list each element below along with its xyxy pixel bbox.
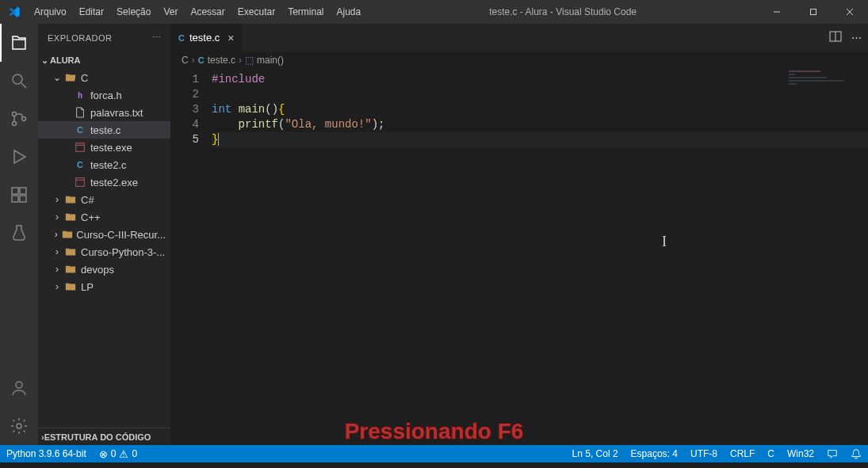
status-language[interactable]: C — [761, 445, 781, 462]
menu-acessar[interactable]: Acessar — [184, 0, 231, 24]
activity-bar — [0, 24, 38, 445]
breadcrumb-symbol[interactable]: ⬚main() — [245, 55, 284, 66]
activity-testing-icon[interactable] — [0, 214, 38, 252]
tree-folder[interactable]: ›Curso-C-III-Recur... — [38, 226, 170, 243]
chevron-right-icon: › — [51, 246, 63, 257]
tree-file[interactable]: Cteste.c — [38, 121, 170, 139]
menu-selecao[interactable]: Seleção — [110, 0, 157, 24]
tree-item-label: teste2.c — [90, 159, 127, 171]
tree-folder[interactable]: ›C# — [38, 191, 170, 208]
svg-rect-1 — [811, 10, 816, 15]
activity-explorer-icon[interactable] — [0, 24, 38, 62]
menu-executar[interactable]: Executar — [231, 0, 281, 24]
status-indentation[interactable]: Espaços: 4 — [625, 445, 684, 462]
status-eol[interactable]: CRLF — [724, 445, 761, 462]
tree-folder[interactable]: ›C++ — [38, 208, 170, 226]
chevron-right-icon: › — [51, 264, 63, 275]
activity-extensions-icon[interactable] — [0, 176, 38, 214]
outline-header[interactable]: › ESTRUTURA DO CÓDIGO — [38, 428, 170, 445]
file-tree: ⌄Chforca.hpalavras.txtCteste.cteste.exeC… — [38, 69, 170, 295]
tree-item-label: forca.h — [90, 89, 122, 101]
activity-source-control-icon[interactable] — [0, 100, 38, 138]
code-line[interactable]: int main(){ — [212, 102, 868, 117]
breadcrumb-folder[interactable]: C — [182, 55, 189, 66]
status-encoding[interactable]: UTF-8 — [684, 445, 724, 462]
menu-terminal[interactable]: Terminal — [281, 0, 330, 24]
svg-point-7 — [13, 122, 17, 126]
tree-item-label: LP — [81, 281, 94, 293]
status-bar: Python 3.9.6 64-bit ⊗0 ⚠0 Ln 5, Col 2 Es… — [0, 445, 868, 462]
tree-folder[interactable]: ›Curso-Python-3-... — [38, 243, 170, 261]
status-cursor-position[interactable]: Ln 5, Col 2 — [566, 445, 625, 462]
status-python[interactable]: Python 3.9.6 64-bit — [0, 445, 93, 462]
activity-settings-icon[interactable] — [0, 407, 38, 445]
tree-file[interactable]: Cteste2.c — [38, 156, 170, 173]
tabs-bar: C teste.c × ⋯ — [170, 24, 868, 51]
svg-point-8 — [22, 117, 26, 121]
status-feedback-icon[interactable] — [820, 445, 844, 462]
c-file-icon: C — [198, 55, 205, 65]
status-problems[interactable]: ⊗0 ⚠0 — [93, 445, 143, 462]
chevron-right-icon: › — [51, 211, 63, 223]
menu-ver[interactable]: Ver — [157, 0, 184, 24]
c-file-icon: C — [73, 125, 87, 135]
code-line[interactable]: printf("Ola, mundo!"); — [212, 117, 868, 132]
tree-item-label: palavras.txt — [90, 107, 143, 119]
tree-file[interactable]: hforca.h — [38, 86, 170, 104]
exe-file-icon — [73, 177, 87, 188]
tree-file[interactable]: teste.exe — [38, 139, 170, 156]
workspace-header[interactable]: ⌄ ALURA — [38, 51, 170, 69]
tree-folder[interactable]: ⌄C — [38, 69, 170, 86]
tree-folder[interactable]: ›devops — [38, 261, 170, 278]
folder-open-icon — [63, 72, 78, 83]
tree-file[interactable]: teste2.exe — [38, 173, 170, 191]
split-editor-icon[interactable] — [829, 30, 842, 45]
menu-arquivo[interactable]: Arquivo — [28, 0, 73, 24]
warning-icon: ⚠ — [119, 448, 128, 460]
status-notifications-icon[interactable] — [844, 445, 868, 462]
exe-file-icon — [73, 142, 87, 153]
folder-icon — [63, 246, 78, 257]
explorer-label: EXPLORADOR — [48, 33, 112, 43]
tree-item-label: devops — [81, 264, 114, 276]
folder-icon — [63, 264, 78, 275]
close-tab-icon[interactable]: × — [228, 32, 234, 44]
svg-point-6 — [13, 112, 17, 116]
tab-label: teste.c — [189, 32, 220, 44]
code-line[interactable]: #include — [212, 72, 868, 87]
menu-editar[interactable]: Editar — [73, 0, 110, 24]
maximize-button[interactable] — [795, 0, 832, 24]
editor-body[interactable]: 12345 #include int main(){ printf("Ola, … — [170, 69, 868, 445]
code-line[interactable] — [212, 87, 868, 102]
svg-rect-12 — [20, 196, 26, 202]
close-button[interactable] — [832, 0, 868, 24]
breadcrumb-file[interactable]: Cteste.c — [198, 55, 235, 66]
workspace-name: ALURA — [50, 55, 81, 65]
chevron-down-icon: ⌄ — [41, 55, 48, 66]
vscode-icon — [0, 6, 28, 18]
code-content[interactable]: #include int main(){ printf("Ola, mundo!… — [212, 69, 868, 445]
activity-accounts-icon[interactable] — [0, 369, 38, 407]
svg-rect-15 — [76, 143, 85, 152]
tree-item-label: C — [81, 72, 88, 84]
minimize-button[interactable] — [759, 0, 795, 24]
menu-ajuda[interactable]: Ajuda — [331, 0, 368, 24]
line-numbers: 12345 — [170, 69, 212, 445]
c-file-icon: C — [178, 33, 185, 43]
activity-run-debug-icon[interactable] — [0, 138, 38, 176]
svg-rect-10 — [20, 188, 26, 194]
svg-point-14 — [17, 424, 21, 428]
more-actions-icon[interactable]: ⋯ — [851, 32, 862, 44]
tree-file[interactable]: palavras.txt — [38, 104, 170, 121]
tree-folder[interactable]: ›LP — [38, 278, 170, 295]
sidebar-more-icon[interactable]: ⋯ — [152, 32, 162, 43]
tab-teste-c[interactable]: C teste.c × — [170, 24, 243, 51]
breadcrumbs[interactable]: C › Cteste.c › ⬚main() — [170, 51, 868, 69]
c-file-icon: C — [73, 160, 87, 169]
code-line[interactable]: } — [212, 132, 868, 147]
activity-search-icon[interactable] — [0, 62, 38, 100]
status-platform[interactable]: Win32 — [781, 445, 820, 462]
minimap[interactable] — [786, 69, 857, 116]
sidebar-title: EXPLORADOR ⋯ — [38, 24, 170, 51]
svg-rect-17 — [76, 178, 85, 187]
